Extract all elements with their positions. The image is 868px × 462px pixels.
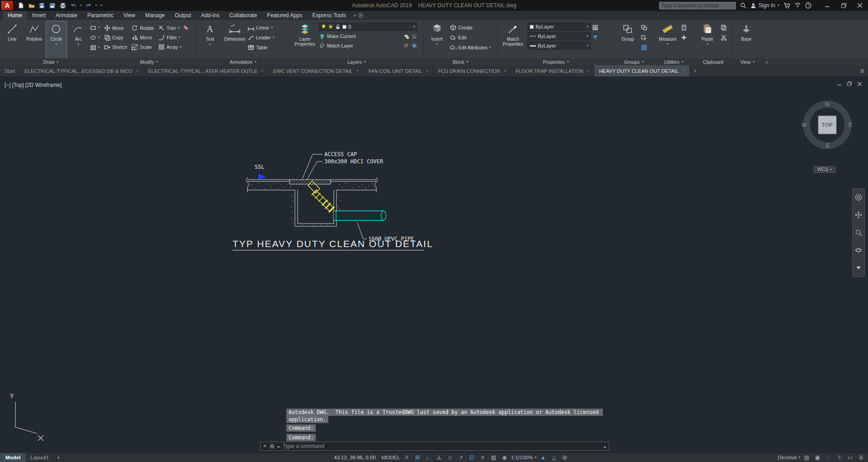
ribbon-tab-express-tools[interactable]: Express Tools xyxy=(307,11,351,20)
cut-clip-button[interactable] xyxy=(721,33,727,42)
viewcube-west[interactable]: W xyxy=(802,121,807,128)
drawing-close-button[interactable] xyxy=(858,82,862,86)
measure-button[interactable]: Measure ▾ xyxy=(656,21,679,58)
file-tab-start[interactable]: Start xyxy=(0,65,20,76)
layer-dropdown[interactable]: 0 ▾ xyxy=(319,23,417,31)
rectangle-tool-button[interactable]: ▾ xyxy=(90,24,100,32)
new-file-button[interactable] xyxy=(16,1,26,10)
make-current-button[interactable] xyxy=(319,33,325,39)
autoscale-toggle[interactable]: △ xyxy=(550,454,558,462)
modify-panel-label[interactable]: Modify▾ xyxy=(102,58,196,65)
wcs-dropdown[interactable]: WCS ▾ xyxy=(814,166,835,173)
match-properties-button[interactable]: Match Properties xyxy=(500,21,526,58)
ribbon-minimize-caret[interactable]: ▾ xyxy=(354,13,356,18)
new-layout-button[interactable]: + xyxy=(53,453,64,462)
model-tab[interactable]: Model xyxy=(0,453,26,462)
customization-button[interactable]: ≣ xyxy=(857,454,865,462)
model-space-drawing[interactable]: ACCESS CAP 300x300 HDCI COVER xyxy=(226,145,443,258)
model-space-viewport[interactable]: [−] [Top] [2D Wireframe] N S W E TOP WCS… xyxy=(0,76,868,452)
ribbon-tab-insert[interactable]: Insert xyxy=(27,11,51,20)
tab-overflow-button[interactable]: ≣ xyxy=(856,65,868,76)
ungroup-button[interactable] xyxy=(641,24,647,32)
draw-panel-label[interactable]: Draw▾ xyxy=(0,58,102,65)
layer-unisolate-button[interactable] xyxy=(411,33,417,39)
copy-clip-button[interactable] xyxy=(721,24,727,32)
group-selection-toggle[interactable] xyxy=(641,43,647,52)
command-close-button[interactable]: × xyxy=(263,443,266,449)
command-customize-button[interactable] xyxy=(269,443,275,449)
orbit-button[interactable] xyxy=(853,242,864,259)
annotation-visibility-toggle[interactable]: ▲ xyxy=(539,454,547,462)
base-view-button[interactable]: Base xyxy=(735,21,758,58)
create-block-button[interactable]: Create xyxy=(450,24,491,32)
layout1-tab[interactable]: Layout1 xyxy=(26,453,53,462)
linetype-dropdown[interactable]: ByLayer ▾ xyxy=(527,32,591,40)
drawing-restore-button[interactable] xyxy=(847,81,852,86)
close-button[interactable] xyxy=(852,0,868,11)
fillet-button[interactable]: Fillet▾ xyxy=(158,33,181,42)
app-logo-button[interactable]: A xyxy=(1,1,13,10)
leader-button[interactable]: Leader▾ xyxy=(248,33,275,42)
ribbon-tab-manage[interactable]: Manage xyxy=(140,11,170,20)
paste-button[interactable]: Paste ▾ xyxy=(696,21,719,58)
dimension-button[interactable]: Dimension xyxy=(223,21,247,58)
ellipse-tool-button[interactable]: ▾ xyxy=(90,33,100,42)
viewcube-north[interactable]: N xyxy=(825,101,829,108)
save-button[interactable] xyxy=(37,1,47,10)
visual-style-control[interactable]: [2D Wireframe] xyxy=(25,82,62,88)
units-button[interactable]: Decimal▾ xyxy=(778,455,800,460)
edit-block-button[interactable]: Edit xyxy=(450,33,491,42)
ribbon-tab-featured-apps[interactable]: Featured Apps xyxy=(262,11,307,20)
close-tab-icon[interactable]: × xyxy=(682,68,685,73)
file-tab[interactable]: EWC VENT CONNECTION DETAIL× xyxy=(269,65,364,76)
clipboard-panel-label[interactable]: Clipboard xyxy=(694,58,732,65)
zoom-button[interactable] xyxy=(853,224,864,242)
navbar-menu-button[interactable] xyxy=(853,259,864,276)
search-input[interactable] xyxy=(659,3,735,8)
clean-screen-toggle[interactable]: ▭ xyxy=(846,454,854,462)
ribbon-tab-collaborate[interactable]: Collaborate xyxy=(224,11,262,20)
line-button[interactable]: Line xyxy=(2,21,23,58)
circle-button[interactable]: Circle ▾ xyxy=(46,21,67,58)
stay-connected-button[interactable] xyxy=(794,1,801,10)
redo-history-caret[interactable]: ▾ xyxy=(94,4,98,7)
polyline-button[interactable]: Polyline xyxy=(24,21,45,58)
block-panel-label[interactable]: Block▾ xyxy=(423,58,498,65)
text-button[interactable]: A Text ▾ xyxy=(198,21,222,58)
annotation-panel-label[interactable]: Annotation▾ xyxy=(196,58,290,65)
linear-dimension-button[interactable]: Linear▾ xyxy=(248,24,275,32)
layer-properties-button[interactable]: Layer Properties xyxy=(292,21,318,58)
table-button[interactable]: Table xyxy=(248,43,275,52)
group-edit-button[interactable] xyxy=(641,33,647,42)
layers-panel-label[interactable]: Layers▾ xyxy=(290,58,423,65)
workspace-switching-button[interactable] xyxy=(560,454,569,462)
ortho-mode-toggle[interactable]: ∟ xyxy=(424,454,433,462)
array-button[interactable]: Array▾ xyxy=(158,43,181,51)
sign-in-button[interactable]: Sign In ▾ xyxy=(750,2,779,9)
layer-isolate-button[interactable] xyxy=(403,33,409,39)
make-current-label[interactable]: Make Current xyxy=(327,33,356,39)
polar-tracking-toggle[interactable]: ∠ xyxy=(435,454,444,462)
lineweight-toggle[interactable]: ≡ xyxy=(479,454,487,462)
trim-button[interactable]: Trim▾ xyxy=(158,24,181,32)
file-tab[interactable]: FLOOR TRAP INSTALLATION× xyxy=(511,65,594,76)
help-button[interactable]: ? xyxy=(805,1,811,10)
command-scroll-up-button[interactable]: ▴ xyxy=(604,444,606,449)
restore-button[interactable] xyxy=(835,0,852,11)
command-input[interactable] xyxy=(283,443,601,449)
quick-select-button[interactable] xyxy=(592,33,598,42)
ribbon-tab-output[interactable]: Output xyxy=(170,11,196,20)
mirror-button[interactable]: Mirror xyxy=(132,33,154,42)
pan-button[interactable] xyxy=(853,206,864,224)
rotate-button[interactable]: Rotate xyxy=(132,24,154,32)
undo-history-caret[interactable]: ▾ xyxy=(79,4,83,7)
viewcube[interactable]: N S W E TOP xyxy=(800,98,854,152)
object-snap-tracking-toggle[interactable]: ↗ xyxy=(457,454,465,462)
ribbon-tab-home[interactable]: Home xyxy=(3,11,27,20)
close-tab-icon[interactable]: × xyxy=(426,68,428,73)
ribbon-tab-annotate[interactable]: Annotate xyxy=(51,11,82,20)
viewcube-east[interactable]: E xyxy=(849,121,853,128)
redo-button[interactable] xyxy=(84,1,93,10)
transparency-toggle[interactable]: ▧ xyxy=(489,454,498,462)
undo-button[interactable] xyxy=(68,1,78,10)
